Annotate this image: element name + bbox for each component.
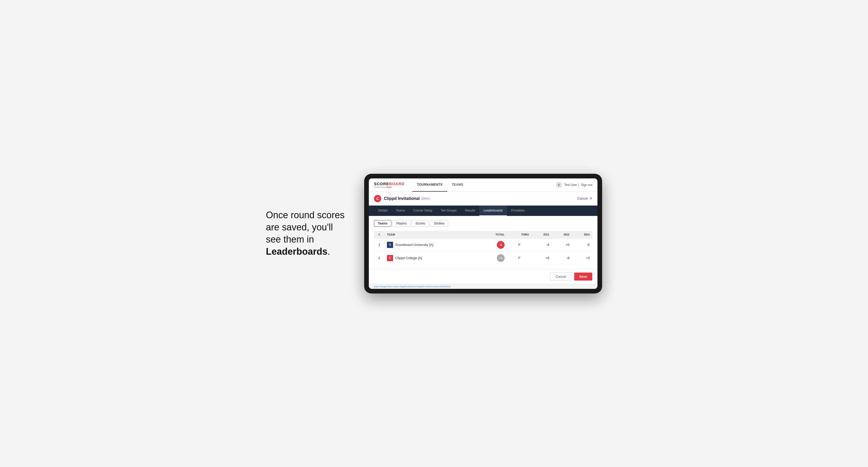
total-2: +3: [480, 251, 507, 264]
tab-results[interactable]: Results: [461, 206, 479, 216]
col-rd1: RD1: [531, 231, 552, 239]
tablet-frame: SCOREBOARD Powered by clippd TOURNAMENTS…: [364, 174, 602, 293]
cancel-top-icon: ✕: [589, 196, 592, 200]
filter-players[interactable]: Players: [392, 220, 410, 227]
rd1-2: +8: [531, 251, 552, 264]
filter-teams[interactable]: Teams: [374, 220, 391, 227]
sidebar-period: .: [328, 246, 330, 257]
filter-scores[interactable]: Scores: [411, 220, 429, 227]
rd3-1: -6: [572, 238, 592, 251]
nav-user: S Test User | Sign out: [556, 182, 592, 188]
thru-2: F: [507, 251, 531, 264]
rd3-2: +3: [572, 251, 592, 264]
tab-details[interactable]: Details: [374, 206, 392, 216]
tournament-icon: C: [374, 195, 381, 202]
top-nav: SCOREBOARD Powered by clippd TOURNAMENTS…: [369, 179, 597, 192]
total-1: -5: [480, 238, 507, 251]
thru-1: F: [507, 238, 531, 251]
rank-2: 2: [374, 251, 384, 264]
filter-buttons: Teams Players Scores Strokes: [374, 220, 592, 227]
tab-course-setup[interactable]: Course Setup: [409, 206, 436, 216]
nav-link-teams[interactable]: TEAMS: [447, 179, 468, 192]
footer-bar: Cancel Save: [369, 269, 597, 284]
user-avatar: S: [556, 182, 562, 188]
col-team: TEAM: [384, 231, 480, 239]
sidebar-bold: Leaderboards: [266, 246, 328, 257]
nav-link-tournaments[interactable]: TOURNAMENTS: [412, 179, 447, 192]
score-badge-2: +3: [497, 254, 505, 262]
table-row: 2 C Clippd College [A] +3 F: [374, 251, 592, 264]
save-button[interactable]: Save: [574, 273, 592, 281]
col-rd3: RD3: [572, 231, 592, 239]
content-area: Teams Players Scores Strokes # TEAM TOTA…: [369, 216, 597, 269]
logo-area: SCOREBOARD Powered by clippd: [374, 182, 404, 188]
rd2-2: -8: [552, 251, 572, 264]
leaderboard-table: # TEAM TOTAL THRU RD1 RD2 RD3 1: [374, 231, 592, 265]
sign-out-link[interactable]: Sign out: [581, 183, 592, 187]
logo-powered: Powered by clippd: [374, 186, 404, 188]
team-logo-2: C: [387, 255, 393, 261]
team-logo-1: S: [387, 242, 393, 248]
tab-tee-groups[interactable]: Tee Groups: [436, 206, 461, 216]
table-row: 1 S Scoreboard University [A] -5 F: [374, 238, 592, 251]
rd1-1: -4: [531, 238, 552, 251]
team-name-2: C Clippd College [A]: [384, 251, 480, 264]
filter-strokes[interactable]: Strokes: [430, 220, 448, 227]
team-name-1: S Scoreboard University [A]: [384, 238, 480, 251]
col-rd2: RD2: [552, 231, 572, 239]
col-rank: #: [374, 231, 384, 239]
tournament-header: C Clippd Invitational (Men) Cancel ✕: [369, 192, 597, 206]
tab-leaderboards[interactable]: Leaderboards: [479, 206, 507, 216]
sidebar-text: Once round scores are saved, you'll see …: [266, 209, 349, 257]
page-wrapper: Once round scores are saved, you'll see …: [266, 174, 602, 293]
logo-scoreboard: SCOREBOARD: [374, 182, 404, 186]
tab-printables[interactable]: Printables: [507, 206, 529, 216]
col-total: TOTAL: [480, 231, 507, 239]
tab-teams[interactable]: Teams: [392, 206, 409, 216]
score-badge-1: -5: [497, 241, 505, 249]
table-header-row: # TEAM TOTAL THRU RD1 RD2 RD3: [374, 231, 592, 239]
url-bar: https://stage-blue-coach.stagescoerboard…: [369, 284, 597, 289]
cancel-top-button[interactable]: Cancel ✕: [578, 196, 592, 200]
tournament-gender: (Men): [421, 196, 430, 200]
rd2-1: +5: [552, 238, 572, 251]
user-name: Test User |: [564, 183, 579, 187]
col-thru: THRU: [507, 231, 531, 239]
tournament-name: Clippd Invitational: [384, 196, 420, 201]
nav-links: TOURNAMENTS TEAMS: [412, 179, 556, 192]
sidebar-line1: Once round scores are saved, you'll see …: [266, 210, 344, 245]
tablet-screen: SCOREBOARD Powered by clippd TOURNAMENTS…: [369, 179, 597, 289]
rank-1: 1: [374, 238, 384, 251]
sub-nav: Details Teams Course Setup Tee Groups Re…: [369, 206, 597, 216]
cancel-button[interactable]: Cancel: [550, 272, 571, 281]
